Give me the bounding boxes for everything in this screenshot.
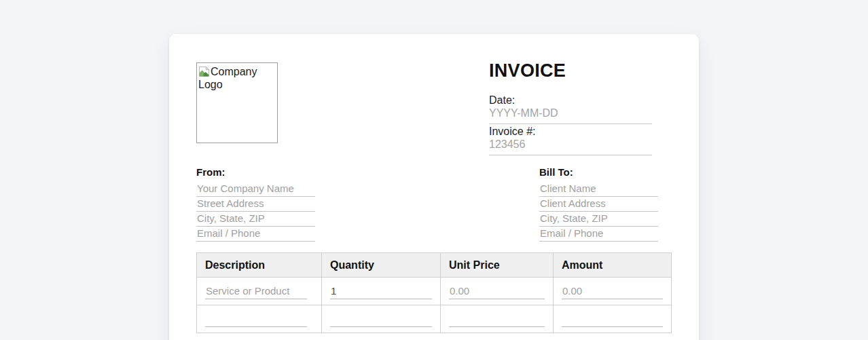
header-quantity: Quantity <box>322 253 441 278</box>
billto-email-phone-input[interactable] <box>539 227 658 242</box>
item-amount-input[interactable] <box>562 284 663 299</box>
from-street-address-input[interactable] <box>196 197 315 212</box>
item-amount-input[interactable] <box>562 312 663 327</box>
billto-client-name-input[interactable] <box>539 182 658 197</box>
invoice-number-label: Invoice #: <box>489 125 652 138</box>
billto-city-state-zip-input[interactable] <box>539 212 658 227</box>
table-row <box>197 305 672 333</box>
table-header-row: Description Quantity Unit Price Amount <box>197 253 672 278</box>
table-row <box>197 278 672 305</box>
item-unit-price-input[interactable] <box>449 284 545 299</box>
billto-client-address-input[interactable] <box>539 197 658 212</box>
company-logo-placeholder: Company Logo <box>196 62 278 143</box>
item-quantity-input[interactable] <box>330 312 432 327</box>
item-unit-price-input[interactable] <box>449 312 545 327</box>
from-label: From: <box>196 167 315 177</box>
header-unit-price: Unit Price <box>441 253 554 278</box>
broken-image-icon <box>198 66 210 77</box>
from-section: From: <box>196 167 315 242</box>
from-email-phone-input[interactable] <box>196 227 315 242</box>
item-description-input[interactable] <box>205 312 307 327</box>
invoice-number-input[interactable] <box>489 138 652 155</box>
item-quantity-input[interactable] <box>330 284 432 299</box>
bill-to-section: Bill To: <box>539 167 658 242</box>
from-city-state-zip-input[interactable] <box>196 212 315 227</box>
date-input[interactable] <box>489 107 652 124</box>
invoice-card: Company Logo INVOICE Date: Invoice #: Fr… <box>169 34 699 340</box>
bill-to-label: Bill To: <box>539 167 658 177</box>
line-items-table: Description Quantity Unit Price Amount <box>196 252 672 333</box>
header-amount: Amount <box>554 253 672 278</box>
date-label: Date: <box>489 94 652 107</box>
header-description: Description <box>197 253 322 278</box>
from-company-name-input[interactable] <box>196 182 315 197</box>
item-description-input[interactable] <box>205 284 307 299</box>
page-title: INVOICE <box>489 61 652 80</box>
invoice-meta-section: INVOICE Date: Invoice #: <box>489 61 652 156</box>
